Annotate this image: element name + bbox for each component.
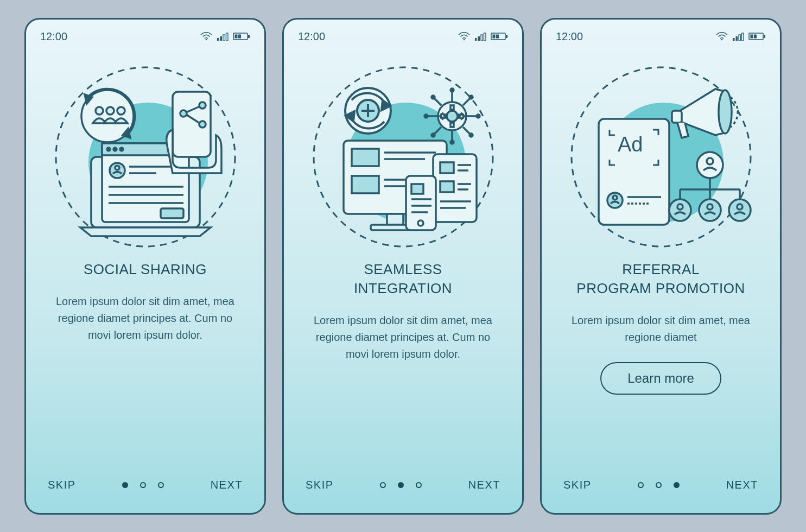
svg-rect-3 xyxy=(223,35,225,41)
svg-rect-106 xyxy=(736,36,738,41)
svg-point-34 xyxy=(199,121,206,128)
wifi-icon xyxy=(458,32,470,41)
svg-rect-58 xyxy=(440,162,454,173)
skip-button[interactable]: SKIP xyxy=(563,479,592,491)
svg-point-33 xyxy=(199,102,206,109)
battery-icon xyxy=(748,32,766,41)
footer-nav: SKIP NEXT xyxy=(26,479,264,513)
screen-body: Lorem ipsum dolor sit dim amet, mea regi… xyxy=(563,312,758,346)
footer-nav: SKIP NEXT xyxy=(542,479,780,513)
svg-rect-54 xyxy=(352,176,379,193)
svg-point-93 xyxy=(424,115,428,118)
dot-3[interactable] xyxy=(416,482,422,488)
svg-rect-81 xyxy=(450,123,454,127)
svg-point-0 xyxy=(206,39,207,41)
content-area: Social sharing Lorem ipsum dolor sit dim… xyxy=(26,260,264,479)
svg-rect-80 xyxy=(450,105,454,110)
dot-3[interactable] xyxy=(158,482,164,488)
screen-body: Lorem ipsum dolor sit dim amet, mea regi… xyxy=(48,293,243,344)
svg-rect-38 xyxy=(475,38,477,41)
footer-nav: SKIP NEXT xyxy=(284,479,522,513)
svg-point-101 xyxy=(469,96,473,99)
svg-rect-112 xyxy=(754,35,757,39)
wifi-icon xyxy=(716,32,728,41)
clock-time: 12:00 xyxy=(556,30,583,43)
svg-text:Ad: Ad xyxy=(618,133,643,156)
svg-point-97 xyxy=(431,96,435,99)
svg-point-15 xyxy=(113,148,117,151)
svg-rect-40 xyxy=(481,35,483,41)
content-area: Seamlessintegration Lorem ipsum dolor si… xyxy=(284,260,522,479)
illustration-seamless-integration xyxy=(284,48,522,260)
svg-rect-41 xyxy=(484,33,486,41)
page-dots xyxy=(122,482,164,488)
svg-point-29 xyxy=(106,107,114,115)
page-dots xyxy=(380,482,422,488)
dot-1[interactable] xyxy=(380,482,386,488)
svg-line-100 xyxy=(463,99,469,105)
next-button[interactable]: NEXT xyxy=(726,479,758,491)
svg-point-99 xyxy=(469,134,473,137)
svg-rect-87 xyxy=(440,113,445,118)
screen-title: Social sharing xyxy=(48,260,243,279)
onboarding-screen-2: 12:00 xyxy=(282,18,524,515)
next-button[interactable]: NEXT xyxy=(211,479,243,491)
svg-rect-49 xyxy=(387,214,403,225)
svg-rect-39 xyxy=(478,36,480,41)
dot-2[interactable] xyxy=(140,482,146,488)
svg-rect-86 xyxy=(459,113,464,118)
svg-line-98 xyxy=(463,127,469,134)
svg-rect-67 xyxy=(411,184,423,194)
skip-button[interactable]: SKIP xyxy=(48,479,76,491)
page-dots xyxy=(638,482,680,488)
onboarding-screen-1: 12:00 xyxy=(24,18,266,515)
status-bar: 12:00 xyxy=(284,20,522,48)
svg-rect-4 xyxy=(226,33,229,41)
svg-rect-108 xyxy=(742,33,744,41)
status-bar: 12:00 xyxy=(542,20,780,48)
dot-2[interactable] xyxy=(398,482,404,488)
svg-rect-24 xyxy=(161,208,183,218)
svg-rect-6 xyxy=(248,35,250,38)
signal-icon xyxy=(732,32,744,41)
skip-button[interactable]: SKIP xyxy=(306,479,334,491)
clock-time: 12:00 xyxy=(40,30,67,43)
dot-3[interactable] xyxy=(674,482,680,488)
svg-point-121 xyxy=(719,90,732,134)
screen-title: Seamlessintegration xyxy=(306,260,500,298)
svg-rect-107 xyxy=(739,35,741,41)
dot-2[interactable] xyxy=(656,482,662,488)
clock-time: 12:00 xyxy=(298,30,325,43)
screen-body: Lorem ipsum dolor sit dim amet, mea regi… xyxy=(306,312,500,363)
dot-1[interactable] xyxy=(122,482,128,488)
battery-icon xyxy=(491,32,508,41)
svg-rect-45 xyxy=(496,35,499,39)
svg-rect-61 xyxy=(440,181,454,192)
onboarding-screen-3: 12:00 Ad xyxy=(540,18,782,515)
status-icons xyxy=(716,32,766,41)
svg-rect-105 xyxy=(733,38,735,41)
next-button[interactable]: NEXT xyxy=(468,479,500,491)
svg-rect-111 xyxy=(751,35,753,39)
svg-line-96 xyxy=(435,99,441,105)
svg-point-28 xyxy=(96,107,103,115)
svg-point-16 xyxy=(120,148,123,151)
status-icons xyxy=(458,32,508,41)
status-bar: 12:00 xyxy=(26,20,264,48)
svg-point-14 xyxy=(107,148,110,151)
svg-point-103 xyxy=(431,134,435,137)
dot-1[interactable] xyxy=(638,482,644,488)
svg-rect-44 xyxy=(493,35,496,39)
battery-icon xyxy=(233,32,250,41)
svg-rect-122 xyxy=(672,111,682,123)
svg-rect-43 xyxy=(506,35,507,38)
svg-point-32 xyxy=(180,110,187,117)
svg-rect-8 xyxy=(238,35,241,39)
wifi-icon xyxy=(200,32,212,41)
svg-rect-110 xyxy=(764,35,765,38)
content-area: Referralprogram promotion Lorem ipsum do… xyxy=(542,260,780,479)
learn-more-button[interactable]: Learn more xyxy=(600,362,721,395)
screen-title: Referralprogram promotion xyxy=(563,260,758,298)
svg-point-89 xyxy=(450,88,454,92)
signal-icon xyxy=(217,32,229,41)
